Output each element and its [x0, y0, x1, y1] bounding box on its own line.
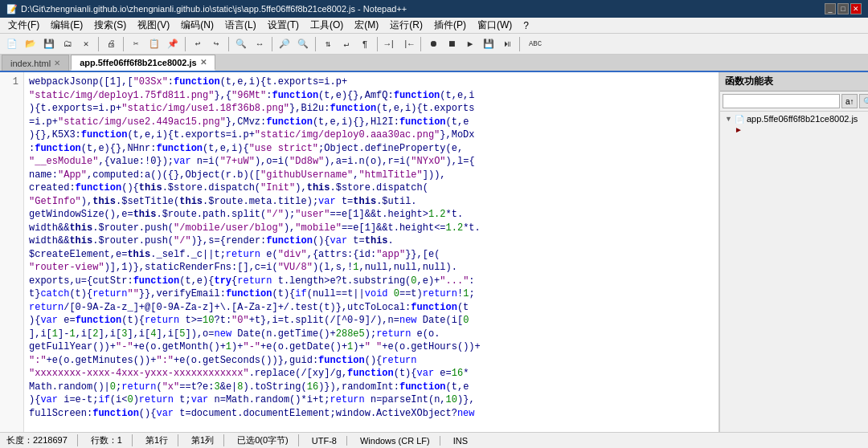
play-macro-button[interactable]: ▶ [461, 35, 479, 53]
line-numbers: 1 [0, 72, 24, 432]
word-wrap-button[interactable]: ↵ [338, 35, 355, 53]
copy-button[interactable]: 📋 [145, 35, 163, 53]
maximize-button[interactable]: □ [837, 3, 849, 14]
tree-arrow-icon: ► [735, 125, 743, 134]
tree-item-file[interactable]: ▼ 📄 app.5ffe06ff6f8b21ce8002.js [722, 113, 866, 124]
separator-5 [272, 37, 272, 51]
tab-index-html[interactable]: index.html ✕ [2, 55, 69, 71]
tab-bar: index.html ✕ app.5ffe06ff6f8b21ce8002.js… [0, 55, 868, 72]
stop-macro-button[interactable]: ⏹ [443, 35, 461, 53]
menu-view[interactable]: 视图(V) [133, 18, 174, 33]
status-encoding: UTF-8 [312, 436, 347, 446]
separator-4 [228, 37, 229, 51]
right-panel-search: a↑ 🔍 [720, 92, 868, 112]
title-bar-controls[interactable]: _ □ ✕ [825, 3, 862, 14]
zoom-in-button[interactable]: 🔎 [276, 35, 293, 53]
separator-7 [377, 37, 378, 51]
menu-tools[interactable]: 工具(O) [305, 18, 348, 33]
main-area: 1 webpackJsonp([1],["03Sx":function(t,e,… [0, 72, 868, 432]
status-ln: 第1行 [145, 434, 178, 446]
cut-button[interactable]: ✂ [127, 35, 145, 53]
right-panel-title: 函数功能表 [720, 72, 868, 92]
tab-index-html-close[interactable]: ✕ [54, 59, 60, 67]
tree-file-label: app.5ffe06ff6f8b21ce8002.js [747, 114, 858, 124]
tab-app-js-close[interactable]: ✕ [200, 58, 207, 67]
function-tree: ▼ 📄 app.5ffe06ff6f8b21ce8002.js ► [720, 112, 868, 432]
save-all-button[interactable]: 🗂 [59, 35, 76, 53]
search-prev-button[interactable]: a↑ [841, 94, 858, 108]
sync-scroll-button[interactable]: ⇅ [319, 35, 337, 53]
search-icon-button[interactable]: 🔍 [859, 94, 868, 108]
separator-3 [185, 37, 186, 51]
menu-bar: 文件(F) 编辑(E) 搜索(S) 视图(V) 编码(N) 语言(L) 设置(T… [0, 18, 868, 34]
unindent-button[interactable]: |← [399, 35, 417, 53]
status-length: 长度：2218697 [6, 434, 78, 446]
tree-item-arrow[interactable]: ► [722, 124, 866, 135]
menu-window[interactable]: 窗口(W) [473, 18, 517, 33]
title-bar: 📝 D:\Git\zhengnianli.github.io\zhengnian… [0, 0, 868, 18]
redo-button[interactable]: ↪ [207, 35, 225, 53]
separator-6 [315, 37, 316, 51]
function-search-input[interactable] [723, 94, 840, 108]
minimize-button[interactable]: _ [825, 3, 836, 14]
menu-file[interactable]: 文件(F) [3, 18, 44, 33]
code-content[interactable]: webpackJsonp([1],["03Sx":function(t,e,i)… [24, 72, 719, 432]
right-panel: 函数功能表 a↑ 🔍 ▼ 📄 app.5ffe06ff6f8b21ce8002.… [719, 72, 868, 432]
menu-run[interactable]: 运行(R) [385, 18, 428, 33]
toolbar: 📄 📂 💾 🗂 ✕ 🖨 ✂ 📋 📌 ↩ ↪ 🔍 ↔ 🔎 🔍 ⇅ ↵ ¶ →| |… [0, 34, 868, 55]
status-sel: 已选0(0字节) [237, 434, 299, 446]
abc-button[interactable]: ABC [523, 35, 547, 53]
menu-encoding[interactable]: 编码(N) [176, 18, 219, 33]
menu-edit[interactable]: 编辑(E) [46, 18, 88, 33]
tree-expand-icon: ▼ [725, 115, 732, 123]
separator-2 [123, 37, 124, 51]
title-bar-text: D:\Git\zhengnianli.github.io\zhengnianli… [21, 4, 407, 14]
title-bar-left: 📝 D:\Git\zhengnianli.github.io\zhengnian… [6, 4, 407, 14]
menu-settings[interactable]: 设置(T) [263, 18, 304, 33]
status-eol: Windows (CR LF) [360, 436, 440, 446]
save-button[interactable]: 💾 [40, 35, 58, 53]
tab-app-js[interactable]: app.5ffe06ff6f8b21ce8002.js ✕ [71, 55, 215, 71]
find-button[interactable]: 🔍 [232, 35, 250, 53]
status-lines: 行数：1 [91, 434, 133, 446]
undo-button[interactable]: ↩ [189, 35, 207, 53]
paste-button[interactable]: 📌 [164, 35, 182, 53]
show-all-button[interactable]: ¶ [356, 35, 374, 53]
file-icon: 📄 [735, 115, 744, 124]
menu-plugins[interactable]: 插件(P) [429, 18, 471, 33]
status-col: 第1列 [191, 434, 224, 446]
menu-macro[interactable]: 宏(M) [350, 18, 383, 33]
line-number-1: 1 [3, 75, 18, 89]
status-insert: INS [453, 436, 468, 446]
separator-9 [519, 37, 520, 51]
close-button[interactable]: ✕ [850, 3, 862, 14]
find-replace-button[interactable]: ↔ [251, 35, 268, 53]
app-icon: 📝 [6, 4, 18, 14]
run-macro-button[interactable]: ⏯ [498, 35, 516, 53]
indent-button[interactable]: →| [381, 35, 399, 53]
print-button[interactable]: 🖨 [102, 35, 120, 53]
record-macro-button[interactable]: ⏺ [424, 35, 442, 53]
menu-search[interactable]: 搜索(S) [89, 18, 131, 33]
menu-help[interactable]: ? [518, 19, 534, 32]
tab-index-html-label: index.html [10, 59, 51, 68]
new-button[interactable]: 📄 [3, 35, 21, 53]
tab-app-js-label: app.5ffe06ff6f8b21ce8002.js [80, 58, 197, 67]
open-button[interactable]: 📂 [22, 35, 39, 53]
close-button2[interactable]: ✕ [77, 35, 95, 53]
zoom-out-button[interactable]: 🔍 [294, 35, 312, 53]
separator-1 [98, 37, 99, 51]
status-bar: 长度：2218697 行数：1 第1行 第1列 已选0(0字节) UTF-8 W… [0, 432, 868, 448]
separator-8 [420, 37, 421, 51]
editor-area: 1 webpackJsonp([1],["03Sx":function(t,e,… [0, 72, 719, 432]
menu-language[interactable]: 语言(L) [220, 18, 261, 33]
save-macro-button[interactable]: 💾 [480, 35, 497, 53]
